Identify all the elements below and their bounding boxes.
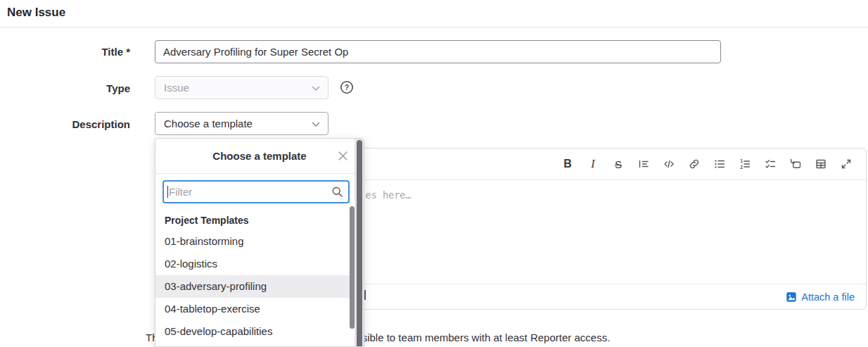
chevron-down-icon	[312, 86, 320, 92]
chevron-down-icon	[312, 122, 320, 127]
section-header-project-templates: Project Templates	[165, 215, 249, 226]
template-dropdown-toggle[interactable]: Choose a template	[155, 112, 328, 135]
table-icon	[815, 158, 826, 170]
full-screen-button[interactable]	[834, 153, 859, 175]
collapsible-section-icon	[790, 158, 801, 170]
template-list: 01-brainstorming 02-logistics 03-adversa…	[155, 230, 355, 343]
text-cursor	[167, 186, 168, 198]
description-label: Description	[0, 118, 130, 130]
template-dropdown-toggle-label: Choose a template	[164, 118, 253, 130]
svg-text:1: 1	[740, 158, 743, 163]
footer-text-fragment	[364, 290, 366, 300]
type-select-value: Issue	[164, 82, 189, 94]
template-item-05-develop-capabilities[interactable]: 05-develop-capabilities	[155, 320, 355, 343]
link-icon	[689, 158, 700, 170]
filter-field	[162, 180, 350, 203]
filter-input[interactable]	[162, 180, 350, 203]
table-button[interactable]	[808, 153, 834, 175]
bold-button[interactable]: B	[555, 153, 580, 175]
title-input[interactable]	[155, 40, 721, 63]
search-icon	[331, 186, 343, 198]
numbered-list-icon: 1 2	[739, 158, 751, 170]
quote-button[interactable]	[631, 153, 656, 175]
bullet-list-button[interactable]	[707, 153, 732, 175]
strikethrough-button[interactable]: S	[606, 153, 631, 175]
task-list-icon	[765, 158, 776, 170]
bold-icon: B	[563, 158, 572, 170]
panel-scrollbar-thumb[interactable]	[357, 140, 362, 346]
full-screen-icon	[841, 158, 852, 170]
bullet-list-icon	[714, 158, 725, 170]
template-item-04-tabletop-exercise[interactable]: 04-tabletop-exercise	[155, 298, 355, 320]
help-icon[interactable]: ?	[340, 80, 354, 94]
italic-icon: I	[591, 158, 594, 170]
list-scrollbar-thumb[interactable]	[350, 206, 355, 329]
close-button[interactable]	[338, 151, 348, 161]
page-title: New Issue	[7, 6, 65, 20]
template-item-03-adversary-profiling[interactable]: 03-adversary-profiling	[155, 275, 355, 298]
close-icon	[338, 151, 348, 161]
task-list-button[interactable]	[758, 153, 783, 175]
image-attachment-icon	[786, 291, 797, 303]
template-item-02-logistics[interactable]: 02-logistics	[155, 253, 355, 275]
collapsible-section-button[interactable]	[783, 153, 808, 175]
template-dropdown-title: Choose a template	[212, 150, 306, 162]
title-label: Title *	[0, 46, 130, 58]
template-item-01-brainstorming[interactable]: 01-brainstorming	[155, 230, 355, 253]
italic-button[interactable]: I	[580, 153, 606, 175]
panel-scrollbar-track[interactable]	[355, 139, 364, 346]
link-button[interactable]	[682, 153, 707, 175]
template-dropdown-header: Choose a template	[155, 139, 364, 174]
code-icon	[663, 158, 675, 170]
code-button[interactable]	[656, 153, 682, 175]
attach-file-link[interactable]: Attach a file	[786, 291, 855, 303]
type-select[interactable]: Issue	[155, 76, 328, 99]
numbered-list-button[interactable]: 1 2	[732, 153, 758, 175]
svg-text:2: 2	[740, 165, 743, 170]
attach-file-label: Attach a file	[801, 291, 855, 303]
strikethrough-icon: S	[615, 158, 622, 170]
header-divider	[0, 27, 868, 27]
svg-text:?: ?	[345, 83, 349, 92]
new-issue-page: New Issue Title * Type Issue ? Descripti…	[0, 0, 868, 347]
quote-icon	[638, 158, 649, 170]
type-label: Type	[0, 82, 130, 94]
template-dropdown-panel: Choose a template Project Templates 01-b…	[155, 138, 364, 347]
